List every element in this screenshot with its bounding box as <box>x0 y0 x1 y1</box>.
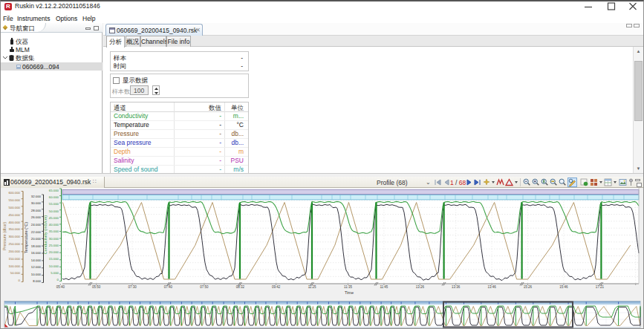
svg-text:18.000: 18.000 <box>31 244 42 248</box>
svg-text:5.000: 5.000 <box>51 271 59 275</box>
svg-text:07:50: 07:50 <box>200 285 209 289</box>
svg-text:16.000: 16.000 <box>31 251 42 255</box>
svg-text:150.000: 150.000 <box>8 257 20 261</box>
svg-text:15:46: 15:46 <box>559 285 568 289</box>
svg-text:250.000: 250.000 <box>8 242 20 246</box>
svg-text:22.000: 22.000 <box>31 230 42 234</box>
svg-text:11:35: 11:35 <box>344 285 352 289</box>
svg-text:450.000: 450.000 <box>8 213 20 217</box>
svg-text:45.000: 45.000 <box>49 216 59 220</box>
svg-text:Time: Time <box>345 290 354 295</box>
svg-text:13:26: 13:26 <box>416 285 425 289</box>
svg-text:08:32: 08:32 <box>236 285 245 289</box>
svg-text:30.000: 30.000 <box>31 201 42 205</box>
svg-text:13:46: 13:46 <box>487 285 496 289</box>
svg-text:Temperature (°C): Temperature (°C) <box>24 222 28 253</box>
svg-text:8.000: 8.000 <box>33 279 41 283</box>
svg-text:Pressure (dbar): Pressure (dbar) <box>2 222 7 250</box>
svg-text:60.000: 60.000 <box>49 195 59 199</box>
svg-text:50.000: 50.000 <box>49 209 59 213</box>
svg-text:30.000: 30.000 <box>49 237 59 241</box>
svg-text:35.000: 35.000 <box>49 229 59 233</box>
svg-text:10.000: 10.000 <box>49 264 59 268</box>
svg-text:550.000: 550.000 <box>8 198 20 202</box>
svg-text:20.000: 20.000 <box>31 237 42 241</box>
svg-text:32.000: 32.000 <box>31 195 42 198</box>
svg-text:200.000: 200.000 <box>8 250 20 253</box>
svg-text:0: 0 <box>57 278 59 281</box>
svg-text:65.000: 65.000 <box>49 189 59 192</box>
svg-text:300.000: 300.000 <box>8 235 20 238</box>
svg-text:05:40: 05:40 <box>56 285 65 289</box>
svg-text:400.000: 400.000 <box>8 221 20 224</box>
svg-text:28.000: 28.000 <box>31 209 42 212</box>
svg-text:10.000: 10.000 <box>31 273 42 276</box>
svg-text:24.000: 24.000 <box>31 223 42 227</box>
svg-text:20.000: 20.000 <box>49 250 59 254</box>
svg-text:500.000: 500.000 <box>8 206 20 209</box>
svg-text:50.000: 50.000 <box>10 271 21 275</box>
svg-text:600.000: 600.000 <box>8 191 20 195</box>
svg-text:55.000: 55.000 <box>49 202 59 206</box>
svg-text:17:21: 17:21 <box>596 285 605 289</box>
svg-text:07:30: 07:30 <box>128 285 137 289</box>
svg-text:14.000: 14.000 <box>31 258 42 262</box>
svg-text:12.000: 12.000 <box>31 265 42 269</box>
svg-text:15:26: 15:26 <box>524 285 533 289</box>
svg-text:11:25: 11:25 <box>308 285 316 289</box>
svg-text:05:50: 05:50 <box>92 285 101 289</box>
svg-text:350.000: 350.000 <box>8 227 20 231</box>
svg-text:40.000: 40.000 <box>49 223 59 227</box>
svg-text:100.000: 100.000 <box>8 264 20 268</box>
svg-text:26.000: 26.000 <box>31 215 42 219</box>
svg-text:0: 0 <box>19 278 21 282</box>
svg-text:25.000: 25.000 <box>49 244 59 247</box>
svg-text:11:45: 11:45 <box>380 285 388 289</box>
svg-text:15.000: 15.000 <box>49 257 59 261</box>
svg-text:09:42: 09:42 <box>272 285 281 289</box>
svg-text:13:36: 13:36 <box>452 285 461 289</box>
svg-text:07:40: 07:40 <box>164 285 173 289</box>
